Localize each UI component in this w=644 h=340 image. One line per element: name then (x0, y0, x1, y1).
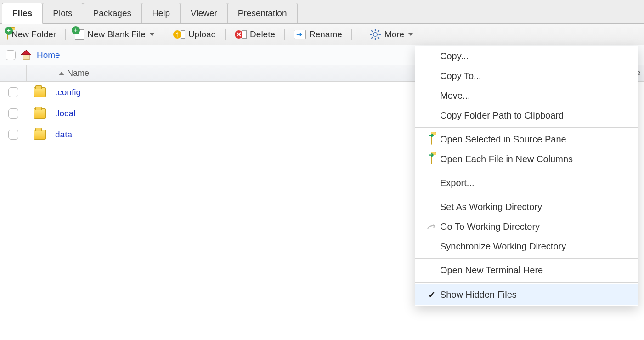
svg-line-5 (371, 30, 373, 32)
rename-icon (294, 30, 306, 39)
open-folder-icon: ➜ (424, 134, 440, 145)
menu-item-open-selected[interactable]: ➜ Open Selected in Source Pane (415, 130, 638, 149)
menu-separator (415, 127, 638, 128)
new-file-icon: + (75, 29, 84, 40)
menu-item-label: Synchronize Working Directory (440, 241, 630, 252)
folder-icon (34, 108, 46, 119)
row-checkbox[interactable] (8, 108, 18, 119)
tab-label: Files (12, 8, 32, 18)
column-name-label: Name (67, 68, 89, 78)
file-name-link[interactable]: .config (55, 87, 81, 97)
svg-point-0 (373, 32, 378, 36)
open-folder-icon: ➜ (424, 154, 440, 164)
folder-icon (34, 130, 46, 140)
files-toolbar: + New Folder + New Blank File ↑ Upload ×… (0, 24, 644, 45)
menu-item-label: Copy... (440, 51, 630, 62)
new-folder-icon: + (7, 29, 8, 40)
menu-item-set-wd[interactable]: Set As Working Directory (415, 197, 638, 217)
menu-item-label: Open New Terminal Here (440, 265, 630, 276)
svg-line-7 (371, 37, 373, 38)
toolbar-separator (284, 29, 285, 40)
menu-item-copy-path[interactable]: Copy Folder Path to Clipboard (415, 106, 638, 125)
toolbar-separator (164, 29, 164, 40)
goto-icon (424, 223, 440, 231)
sort-asc-icon (59, 72, 64, 75)
button-label: New Blank File (87, 29, 146, 40)
toolbar-separator (65, 29, 66, 40)
menu-item-goto-wd[interactable]: Go To Working Directory (415, 217, 638, 237)
svg-line-8 (378, 30, 379, 32)
file-name-link[interactable]: data (55, 130, 72, 139)
more-button[interactable]: More (367, 28, 416, 41)
button-label: Rename (309, 29, 342, 40)
folder-icon (34, 87, 46, 97)
button-label: Upload (188, 29, 216, 40)
menu-item-label: Show Hidden Files (440, 289, 630, 300)
menu-item-show-hidden[interactable]: Show Hidden Files (415, 284, 638, 305)
menu-item-copy-to[interactable]: Copy To... (415, 66, 638, 86)
pane-tabs: Files Plots Packages Help Viewer Present… (0, 0, 644, 24)
tab-label: Viewer (191, 8, 217, 18)
delete-icon: × (235, 30, 247, 39)
menu-item-label: Open Each File in New Columns (440, 154, 630, 164)
menu-item-label: Copy Folder Path to Clipboard (440, 110, 630, 121)
dropdown-caret-icon (408, 33, 413, 36)
menu-item-sync-wd[interactable]: Synchronize Working Directory (415, 237, 638, 256)
select-all-checkbox[interactable] (6, 50, 16, 60)
tab-label: Presentation (238, 8, 287, 18)
more-dropdown-menu: Copy... Copy To... Move... Copy Folder P… (415, 46, 638, 306)
menu-separator (415, 258, 638, 259)
svg-marker-10 (21, 50, 31, 55)
menu-item-open-terminal[interactable]: Open New Terminal Here (415, 261, 638, 280)
check-icon (424, 289, 440, 300)
tab-label: Help (152, 8, 170, 18)
new-blank-file-button[interactable]: + New Blank File (72, 28, 157, 40)
gear-icon (369, 28, 381, 40)
toolbar-separator (225, 29, 226, 40)
menu-item-label: Set As Working Directory (440, 202, 630, 212)
button-label: More (384, 29, 404, 40)
new-folder-button[interactable]: + New Folder (5, 28, 59, 40)
button-label: New Folder (11, 29, 56, 40)
file-name-link[interactable]: .local (55, 108, 75, 118)
menu-item-label: Move... (440, 91, 630, 101)
menu-item-open-columns[interactable]: ➜ Open Each File in New Columns (415, 149, 638, 169)
rename-button[interactable]: Rename (291, 28, 345, 40)
button-label: Delete (250, 29, 275, 40)
svg-line-6 (378, 37, 379, 38)
menu-separator (415, 171, 638, 171)
menu-item-copy[interactable]: Copy... (415, 46, 638, 66)
row-checkbox[interactable] (8, 130, 18, 140)
menu-separator (415, 282, 638, 283)
tab-viewer[interactable]: Viewer (180, 3, 228, 23)
menu-item-label: Open Selected in Source Pane (440, 134, 630, 145)
tab-packages[interactable]: Packages (83, 3, 142, 23)
toolbar-separator (351, 29, 352, 40)
menu-item-label: Go To Working Directory (440, 221, 630, 232)
tab-label: Packages (93, 8, 131, 18)
upload-button[interactable]: ↑ Upload (170, 28, 219, 40)
menu-item-label: Export... (440, 178, 630, 188)
menu-item-move[interactable]: Move... (415, 86, 638, 106)
menu-item-export[interactable]: Export... (415, 173, 638, 193)
row-checkbox[interactable] (8, 87, 18, 97)
menu-separator (415, 195, 638, 195)
upload-icon: ↑ (173, 30, 185, 39)
home-icon[interactable] (20, 49, 32, 61)
tab-files[interactable]: Files (2, 3, 43, 24)
tab-help[interactable]: Help (141, 3, 181, 23)
tab-presentation[interactable]: Presentation (227, 3, 298, 23)
delete-button[interactable]: × Delete (232, 28, 278, 40)
breadcrumb-home-link[interactable]: Home (37, 50, 60, 60)
menu-item-label: Copy To... (440, 71, 630, 81)
tab-label: Plots (53, 8, 72, 18)
tab-plots[interactable]: Plots (42, 3, 83, 23)
dropdown-caret-icon (150, 33, 154, 36)
